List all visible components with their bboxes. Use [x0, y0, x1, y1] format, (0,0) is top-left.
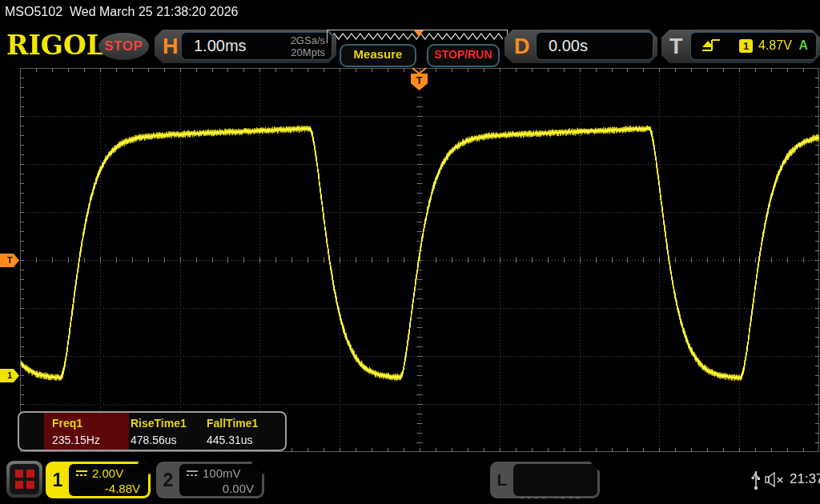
horizontal-label: H — [163, 30, 179, 63]
channel1-scale: 2.00V — [92, 466, 123, 480]
meas2-label: RiseTime1 — [131, 417, 187, 430]
memory-depth: 20Mpts — [291, 46, 325, 58]
trigger-inset: 1 4.87V A — [690, 32, 817, 60]
meas3-value: 445.31us — [207, 434, 253, 446]
oscilloscope-screen: MSO5102 Wed March 25 21:38:20 2026 RIGOL… — [0, 0, 820, 504]
waveform-preview-strip[interactable] — [327, 30, 508, 43]
meas2-value: 478.56us — [131, 434, 177, 446]
meas1-value: 235.15Hz — [52, 434, 100, 446]
run-state-badge[interactable]: STOP — [98, 33, 149, 60]
channel1-inner: 2.00V -4.88V — [69, 464, 148, 496]
delay-widget[interactable]: D 0.00s — [504, 30, 657, 63]
timebase-value: 1.00ms — [194, 37, 247, 55]
acquisition-rates: 2GSa/s 20Mpts — [291, 34, 325, 58]
logic-channel-numbers: 0 1 2 3 4 5 6 7 8 9 10 11 12 13 14 15 — [520, 469, 600, 498]
measure-button[interactable]: Measure — [340, 44, 416, 67]
rising-edge-icon — [701, 37, 722, 54]
trigger-level-value: 4.87V — [758, 38, 792, 53]
top-info-bar: MSO5102 Wed March 25 21:38:20 2026 — [5, 5, 238, 19]
channel1-widget[interactable]: 1 2.00V -4.88V — [46, 462, 151, 498]
grid-menu-icon — [15, 470, 34, 489]
rigol-logo: RIGOL — [6, 32, 105, 59]
channel2-scale: 100mV — [203, 466, 241, 480]
channel1-number: 1 — [46, 462, 70, 498]
horizontal-inset: 1.00ms 2GSa/s 20Mpts — [181, 32, 332, 60]
logic-inner: 0 1 2 3 4 5 6 7 8 9 10 11 12 13 14 15 — [513, 464, 597, 496]
usb-icon — [750, 468, 762, 490]
datetime: Wed March 25 21:38:20 2026 — [70, 5, 239, 18]
dc-coupling-icon — [186, 470, 199, 478]
delay-value: 0.00s — [549, 37, 588, 55]
measurement-panel[interactable]: Freq1 235.15Hz RiseTime1 478.56us FallTi… — [18, 411, 287, 451]
speaker-muted-icon — [765, 472, 787, 487]
quick-access-inner — [10, 464, 39, 494]
trigger-sweep-mode: A — [798, 38, 808, 53]
channel2-offset: 0.00V — [223, 482, 254, 495]
delay-inset: 0.00s — [536, 32, 653, 60]
quick-access-button[interactable] — [6, 461, 42, 498]
channel1-offset: -4.88V — [105, 482, 140, 495]
trigger-label: T — [669, 30, 683, 63]
dc-coupling-icon — [75, 470, 88, 478]
model-name: MSO5102 — [5, 5, 62, 18]
channel2-widget[interactable]: 2 100mV 0.00V — [156, 462, 264, 498]
system-clock: 21:37 — [790, 471, 820, 487]
delay-label: D — [514, 30, 530, 63]
channel2-number: 2 — [156, 462, 180, 498]
meas1-label: Freq1 — [52, 417, 82, 430]
stop-run-button[interactable]: STOP/RUN — [427, 44, 500, 67]
meas3-label: FallTime1 — [207, 417, 258, 430]
trigger-pos-outline-icon — [411, 67, 428, 74]
horizontal-widget[interactable]: H 1.00ms 2GSa/s 20Mpts — [155, 30, 336, 63]
trigger-source-badge: 1 — [739, 39, 753, 53]
channel2-inner: 100mV 0.00V — [179, 464, 262, 496]
sample-rate: 2GSa/s — [291, 34, 325, 46]
logic-channels-widget[interactable]: L 0 1 2 3 4 5 6 7 8 9 10 11 12 13 14 15 — [490, 462, 600, 498]
trigger-widget[interactable]: T 1 4.87V A — [661, 30, 820, 63]
logic-label: L — [490, 462, 514, 498]
